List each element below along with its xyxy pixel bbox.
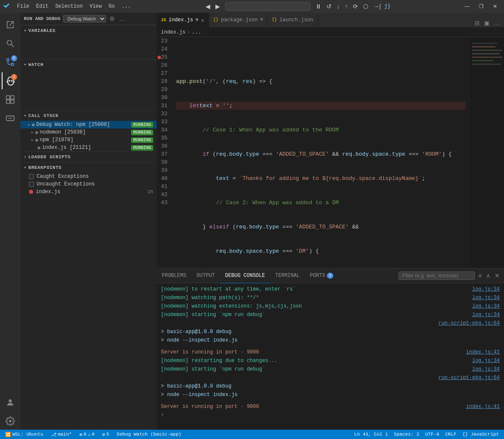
- console-up-btn[interactable]: ∧: [485, 271, 491, 280]
- debug-restart-btn[interactable]: ↺: [325, 2, 333, 11]
- status-wsl[interactable]: 🔀 WSL: Ubuntu: [3, 432, 45, 437]
- tab-packagejson-label: package.json: [221, 17, 258, 23]
- menu-selection[interactable]: Selection: [53, 3, 86, 10]
- activity-settings[interactable]: [2, 413, 19, 430]
- debug-step-over-btn[interactable]: ↓: [335, 2, 341, 11]
- panel-tab-problems[interactable]: PROBLEMS: [157, 268, 192, 283]
- menu-view[interactable]: View: [87, 3, 104, 10]
- tab-layout-btn[interactable]: ▣: [483, 19, 490, 27]
- status-spaces[interactable]: Spaces: 2: [392, 432, 421, 437]
- activity-remote[interactable]: [2, 110, 19, 127]
- console-close-btn[interactable]: ✕: [494, 271, 501, 280]
- status-encoding[interactable]: UTF-8: [424, 432, 441, 437]
- console-text-10: [nodemon] starting `npm run debug`: [161, 365, 472, 373]
- menu-more[interactable]: ...: [119, 3, 134, 10]
- window-maximize-btn[interactable]: ❐: [475, 3, 487, 10]
- call-stack-item-3[interactable]: ⚙ index.js [21121] RUNNING: [20, 144, 157, 151]
- breakpoint-caught[interactable]: Caught Exceptions: [20, 173, 157, 180]
- activity-explorer[interactable]: [2, 16, 19, 33]
- console-text-1: [nodemon] to restart at any time, enter …: [161, 285, 472, 293]
- window-close-btn[interactable]: ✕: [490, 3, 501, 10]
- status-debug-label: Debug Watch (basic-app): [117, 432, 181, 437]
- tab-packagejson[interactable]: {} package.json M: [209, 13, 267, 27]
- svg-rect-14: [470, 37, 504, 268]
- debug-continue-btn[interactable]: ⟳: [351, 2, 360, 11]
- call-stack-expand-2: ▾: [31, 137, 34, 143]
- panel-tab-ports[interactable]: PORTS 5: [305, 268, 338, 283]
- breakpoint-indexjs[interactable]: index.js 25: [20, 188, 157, 196]
- console-filter-input[interactable]: [398, 271, 475, 280]
- panel-tab-output[interactable]: OUTPUT: [192, 268, 220, 283]
- debug-back-btn[interactable]: ◀: [204, 2, 212, 11]
- console-wrap-btn[interactable]: ≡: [478, 271, 483, 280]
- breakpoint-uncaught-checkbox[interactable]: [29, 182, 34, 187]
- debug-step-into-btn[interactable]: ↑: [343, 2, 349, 11]
- status-branch[interactable]: ⎇ main*: [49, 432, 74, 437]
- loaded-scripts-header[interactable]: › LOADED SCRIPTS: [20, 152, 157, 162]
- breadcrumb-file[interactable]: index.js: [161, 29, 186, 35]
- window-minimize-btn[interactable]: —: [461, 3, 473, 10]
- console-ref-9[interactable]: log.js:34: [472, 357, 500, 365]
- tab-more-btn[interactable]: …: [493, 19, 501, 27]
- search-input[interactable]: [225, 2, 310, 11]
- code-content[interactable]: app.post('/', (req, res) => { let text =…: [172, 37, 470, 268]
- console-text-11: [161, 374, 438, 382]
- activity-debug[interactable]: 1: [2, 72, 19, 89]
- status-debug[interactable]: ⚙ 5: [100, 432, 111, 437]
- variables-header[interactable]: ▾ VARIABLES: [20, 26, 157, 36]
- code-editor[interactable]: 23 24 25 26 27 28 29 30 31 32 33 34 35 3…: [157, 37, 504, 268]
- debug-settings-btn[interactable]: ⚙: [109, 14, 116, 23]
- status-language[interactable]: {} JavaScript: [461, 432, 501, 437]
- debug-pause-btn[interactable]: ⏸: [314, 2, 323, 11]
- console-text-14: Server is running in port - 9000: [161, 403, 466, 410]
- tab-split-btn[interactable]: ⊟: [474, 19, 481, 27]
- console-ref-10[interactable]: log.js:34: [472, 365, 500, 373]
- tab-indexjs-close[interactable]: ✕: [201, 17, 204, 24]
- debug-disconnect-btn[interactable]: →|: [372, 2, 383, 11]
- status-position[interactable]: Ln 43, Col 1: [352, 432, 389, 437]
- panel-tab-debug-console[interactable]: DEBUG CONSOLE: [220, 268, 270, 283]
- breakpoints-header[interactable]: ▾ BREAKPOINTS: [20, 162, 157, 173]
- menu-go[interactable]: Go: [106, 3, 117, 10]
- breakpoints-section: ▾ BREAKPOINTS Caught Exceptions Uncaught…: [20, 162, 157, 196]
- console-ref-14[interactable]: index.js:41: [466, 403, 500, 410]
- console-ref-3[interactable]: log.js:34: [472, 302, 500, 310]
- tab-indexjs[interactable]: JS index.js M ✕: [157, 13, 209, 27]
- debug-forward-btn[interactable]: ▶: [214, 2, 222, 11]
- console-ref-11[interactable]: run-script-pkg.js:64: [438, 374, 500, 382]
- call-stack-header[interactable]: ▾ CALL STACK: [20, 111, 157, 121]
- call-stack-item-2[interactable]: ▾ ⚙ npm [21078] RUNNING: [20, 136, 157, 144]
- vscode-icon: [3, 3, 10, 10]
- console-input-field[interactable]: [166, 412, 500, 418]
- watch-header[interactable]: ▾ WATCH: [20, 60, 157, 70]
- console-ref-2[interactable]: log.js:34: [472, 294, 500, 302]
- call-stack-item-1[interactable]: ▾ ⚙ nodemon [25036] RUNNING: [20, 128, 157, 136]
- menu-edit[interactable]: Edit: [34, 3, 51, 10]
- panel-tab-terminal[interactable]: TERMINAL: [270, 268, 305, 283]
- activity-search[interactable]: [2, 35, 19, 52]
- status-eol[interactable]: CRLF: [444, 432, 458, 437]
- status-wsl-icon: 🔀: [5, 432, 11, 437]
- console-ref-1[interactable]: log.js:34: [472, 285, 500, 293]
- console-ref-8[interactable]: index.js:41: [466, 348, 500, 356]
- breakpoint-caught-checkbox[interactable]: [29, 174, 34, 179]
- console-prompt-input: ›: [161, 411, 500, 419]
- activity-account[interactable]: [2, 394, 19, 411]
- breakpoint-uncaught[interactable]: Uncaught Exceptions: [20, 180, 157, 188]
- debug-more-btn[interactable]: …: [118, 14, 126, 23]
- activity-source-control[interactable]: 5: [2, 54, 19, 71]
- tab-launchjson[interactable]: {} launch.json: [268, 13, 318, 27]
- call-stack-item-0[interactable]: ▾ ⚙ Debug Watch: npm [25008] RUNNING: [20, 121, 157, 128]
- status-debug-name[interactable]: Debug Watch (basic-app): [115, 432, 183, 437]
- status-error-count: 0: [83, 432, 86, 437]
- console-ref-4[interactable]: log.js:34: [472, 311, 500, 319]
- activity-extensions[interactable]: [2, 91, 19, 108]
- call-stack-name-1: nodemon [25036]: [40, 129, 86, 135]
- debug-stop-btn[interactable]: ⬡: [361, 2, 370, 11]
- menu-file[interactable]: File: [14, 3, 32, 10]
- console-ref-5[interactable]: run-script-pkg.js:64: [438, 319, 500, 327]
- call-stack-section: ▾ CALL STACK ▾ ⚙ Debug Watch: npm [25008…: [20, 110, 157, 151]
- breadcrumb-more[interactable]: ...: [192, 29, 201, 35]
- debug-watch-selector[interactable]: Debug Watch: [63, 15, 106, 23]
- status-errors[interactable]: ⊗ 0 ⚠ 0: [78, 432, 96, 437]
